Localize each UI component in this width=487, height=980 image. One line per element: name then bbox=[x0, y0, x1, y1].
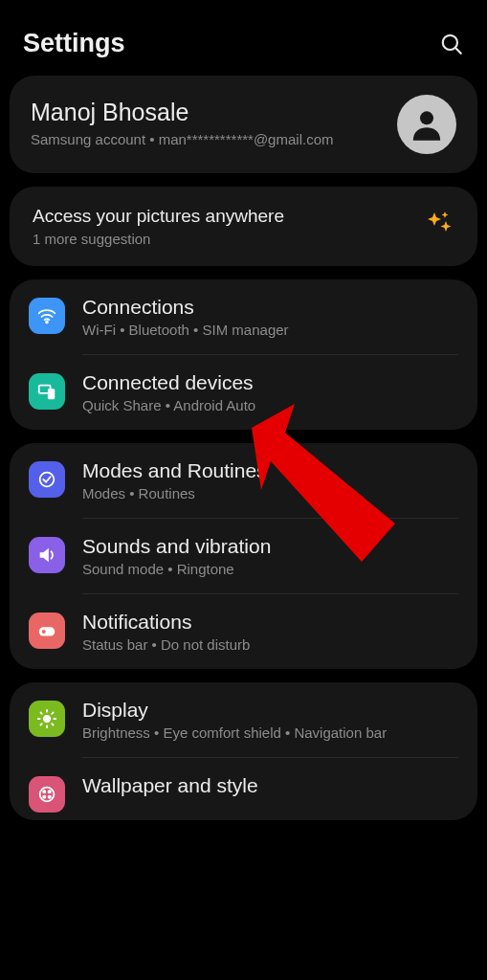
notifications-icon bbox=[29, 612, 65, 649]
svg-point-9 bbox=[43, 715, 51, 723]
item-wallpaper[interactable]: Wallpaper and style bbox=[10, 758, 477, 820]
item-modes-routines[interactable]: Modes and Routines Modes • Routines bbox=[10, 443, 477, 518]
svg-line-14 bbox=[40, 712, 41, 713]
svg-line-1 bbox=[455, 48, 460, 53]
svg-rect-5 bbox=[48, 389, 55, 399]
app-header: Settings bbox=[0, 0, 487, 76]
suggestion-card[interactable]: Access your pictures anywhere 1 more sug… bbox=[10, 187, 477, 266]
item-subtitle: Modes • Routines bbox=[82, 485, 458, 501]
item-subtitle: Status bar • Do not disturb bbox=[82, 636, 458, 653]
settings-group-display: Display Brightness • Eye comfort shield … bbox=[10, 682, 477, 820]
item-title: Notifications bbox=[82, 611, 458, 634]
sparkle-icon bbox=[426, 210, 454, 244]
item-title: Wallpaper and style bbox=[82, 774, 458, 797]
item-display[interactable]: Display Brightness • Eye comfort shield … bbox=[10, 682, 477, 757]
wallpaper-icon bbox=[29, 776, 65, 813]
item-title: Connected devices bbox=[82, 371, 458, 394]
item-connections[interactable]: Connections Wi-Fi • Bluetooth • SIM mana… bbox=[10, 279, 477, 354]
avatar bbox=[397, 95, 456, 154]
connected-devices-icon bbox=[29, 373, 65, 410]
search-icon[interactable] bbox=[439, 32, 464, 56]
settings-group-modes: Modes and Routines Modes • Routines Soun… bbox=[10, 443, 477, 669]
svg-point-22 bbox=[49, 796, 51, 798]
svg-line-15 bbox=[52, 724, 53, 724]
item-notifications[interactable]: Notifications Status bar • Do not distur… bbox=[10, 594, 477, 669]
item-title: Connections bbox=[82, 296, 458, 319]
svg-line-17 bbox=[52, 712, 53, 713]
item-connected-devices[interactable]: Connected devices Quick Share • Android … bbox=[10, 355, 477, 430]
item-title: Sounds and vibration bbox=[82, 535, 458, 558]
svg-point-8 bbox=[42, 630, 46, 634]
svg-point-20 bbox=[49, 791, 51, 792]
svg-line-16 bbox=[40, 724, 41, 724]
item-sounds-vibration[interactable]: Sounds and vibration Sound mode • Ringto… bbox=[10, 519, 477, 593]
sound-icon bbox=[29, 537, 65, 573]
item-subtitle: Brightness • Eye comfort shield • Naviga… bbox=[82, 724, 458, 741]
svg-rect-7 bbox=[39, 627, 55, 635]
settings-group-connections: Connections Wi-Fi • Bluetooth • SIM mana… bbox=[10, 279, 477, 430]
suggestion-title: Access your pictures anywhere bbox=[33, 206, 414, 227]
item-subtitle: Quick Share • Android Auto bbox=[82, 397, 458, 413]
svg-point-3 bbox=[46, 322, 48, 323]
item-subtitle: Sound mode • Ringtone bbox=[82, 561, 458, 577]
profile-name: Manoj Bhosale bbox=[31, 99, 384, 126]
profile-subtitle: Samsung account • man************@gmail.… bbox=[31, 130, 384, 149]
suggestion-subtitle: 1 more suggestion bbox=[33, 231, 414, 247]
svg-point-21 bbox=[43, 796, 45, 798]
account-card[interactable]: Manoj Bhosale Samsung account • man*****… bbox=[10, 76, 477, 173]
svg-point-2 bbox=[420, 111, 433, 124]
modes-icon bbox=[29, 461, 65, 498]
page-title: Settings bbox=[23, 29, 125, 58]
svg-point-19 bbox=[43, 791, 45, 792]
item-subtitle: Wi-Fi • Bluetooth • SIM manager bbox=[82, 322, 458, 338]
svg-point-6 bbox=[40, 473, 55, 487]
item-title: Display bbox=[82, 699, 458, 722]
wifi-icon bbox=[29, 298, 65, 334]
item-title: Modes and Routines bbox=[82, 459, 458, 482]
display-icon bbox=[29, 701, 65, 737]
svg-point-18 bbox=[40, 788, 55, 802]
